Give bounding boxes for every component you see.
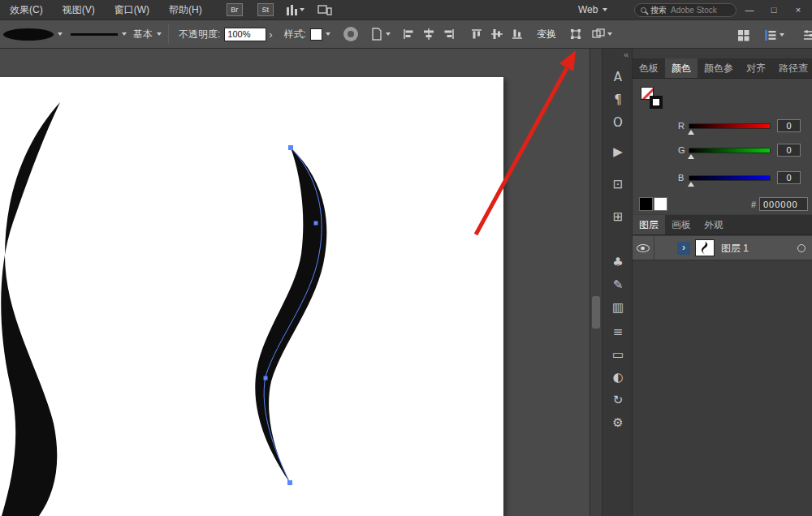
channel-b-slider[interactable] xyxy=(689,175,771,181)
close-button[interactable]: × xyxy=(786,0,810,19)
stroke-panel-icon[interactable]: ≡ xyxy=(603,321,633,342)
anchor-point[interactable] xyxy=(264,376,268,381)
channel-r-value[interactable] xyxy=(777,119,801,132)
brushes-panel-icon[interactable]: ✎ xyxy=(603,274,633,295)
asset-export-panel-icon[interactable]: ⊡ xyxy=(603,174,633,195)
layers-panel-body xyxy=(633,261,812,516)
menu-effect[interactable]: 效果(C) xyxy=(0,0,53,19)
opentype-panel-icon[interactable]: O xyxy=(603,112,633,133)
control-bar-right xyxy=(733,20,812,49)
workspace-switcher-icon[interactable] xyxy=(287,5,304,15)
transform-button[interactable]: 变换 xyxy=(537,28,556,41)
expand-panels-icon[interactable]: ‹‹ xyxy=(624,50,628,59)
menu-window[interactable]: 窗口(W) xyxy=(105,0,159,19)
caret-down-icon xyxy=(58,32,63,36)
slider-thumb-icon[interactable] xyxy=(688,130,694,135)
opacity-label: 不透明度: xyxy=(179,28,220,41)
channel-g-slider[interactable] xyxy=(689,148,771,153)
stroke-swatch xyxy=(71,33,118,36)
tab-color[interactable]: 颜色 xyxy=(665,58,698,78)
panel-list-dropdown[interactable] xyxy=(764,29,784,41)
white-swatch[interactable] xyxy=(654,197,667,211)
stock-search-input[interactable]: 搜索 Adobe Stock xyxy=(634,3,736,17)
recolor-artwork-icon[interactable] xyxy=(343,27,358,41)
fill-swatch xyxy=(3,28,54,41)
tab-color-guide[interactable]: 颜色参 xyxy=(698,58,740,78)
transform-panel-icon[interactable]: ⊞ xyxy=(603,206,633,227)
paragraph-panel-icon[interactable]: ¶ xyxy=(603,89,633,110)
selected-shape xyxy=(255,148,326,483)
tab-pathfinder[interactable]: 路径查 xyxy=(772,58,812,78)
align-horizontal-right-icon[interactable] xyxy=(439,24,459,44)
style-dropdown[interactable] xyxy=(310,28,330,41)
stroke-profile-dropdown[interactable]: 基本 xyxy=(133,28,162,41)
channel-b-value[interactable] xyxy=(777,171,801,184)
scrollbar-thumb[interactable] xyxy=(592,296,600,329)
hex-input[interactable] xyxy=(759,197,808,211)
tab-align[interactable]: 对齐 xyxy=(740,58,772,78)
visibility-cell[interactable] xyxy=(633,236,654,260)
layer-target-icon[interactable] xyxy=(797,244,806,252)
tab-artboards[interactable]: 画板 xyxy=(665,215,698,234)
device-preview-icon[interactable] xyxy=(317,4,332,15)
document-icon xyxy=(371,28,382,41)
control-bar: 基本 不透明度: › 样式: xyxy=(0,19,812,49)
caret-down-icon xyxy=(326,32,330,36)
workspace-bars-icon xyxy=(287,5,297,15)
anchor-point[interactable] xyxy=(288,145,293,150)
sliders-icon[interactable] xyxy=(799,25,812,45)
black-swatch[interactable] xyxy=(639,197,653,211)
anchor-point[interactable] xyxy=(287,480,292,485)
graph-panel-icon[interactable]: ▥ xyxy=(603,297,633,318)
channel-g-label: G xyxy=(678,145,685,155)
align-vertical-bottom-icon[interactable] xyxy=(508,24,527,44)
caret-down-icon xyxy=(300,8,304,11)
style-swatch xyxy=(310,28,322,41)
layer-row[interactable]: › 图层 1 xyxy=(633,236,812,260)
gradient-panel-icon[interactable]: ◐ xyxy=(603,367,633,388)
layer-thumbnail[interactable] xyxy=(695,239,715,256)
layers-panel-tabs: 图层 画板 外观 xyxy=(633,215,812,235)
expand-layer-icon[interactable]: › xyxy=(677,242,690,255)
workspace-select[interactable]: Web xyxy=(578,0,607,19)
stroke-color-dropdown[interactable] xyxy=(71,32,127,36)
opacity-input[interactable] xyxy=(224,28,266,41)
symbols-panel-icon[interactable]: ♣ xyxy=(603,252,633,273)
free-transform-icon[interactable] xyxy=(566,24,585,44)
anchor-point[interactable] xyxy=(314,221,318,226)
vertical-scrollbar[interactable] xyxy=(590,49,602,516)
stock-icon[interactable]: St xyxy=(257,3,274,16)
document-setup-dropdown[interactable] xyxy=(371,28,391,41)
slider-thumb-icon[interactable] xyxy=(688,154,694,159)
align-vertical-top-icon[interactable] xyxy=(467,24,486,44)
fill-color-dropdown[interactable] xyxy=(3,28,63,41)
appearance-panel-icon[interactable]: ▭ xyxy=(603,344,633,365)
align-vertical-center-icon[interactable] xyxy=(487,24,507,44)
menu-view[interactable]: 视图(V) xyxy=(53,0,105,19)
align-horizontal-center-icon[interactable] xyxy=(419,24,438,44)
symbol-sprayer-panel-icon[interactable]: ↻ xyxy=(603,389,633,411)
graphic-styles-panel-icon[interactable]: ⚙ xyxy=(603,412,633,433)
channel-g-value[interactable] xyxy=(777,144,801,157)
tab-swatches[interactable]: 色板 xyxy=(633,58,665,78)
restore-button[interactable]: □ xyxy=(762,0,786,19)
isolate-dropdown[interactable] xyxy=(592,28,612,40)
layer-thumbnail-art xyxy=(696,240,714,256)
stroke-proxy[interactable] xyxy=(650,96,663,109)
actions-panel-icon[interactable]: ▶ xyxy=(603,141,633,162)
panel-icon-strip: ‹‹ A ¶ O ▶ ⊡ ⊞ ♣ ✎ ▥ ≡ ▭ ◐ ↻ ⚙ xyxy=(602,49,633,516)
minimize-button[interactable]: — xyxy=(737,0,762,19)
bridge-icon[interactable]: Br xyxy=(227,3,243,16)
menu-help[interactable]: 帮助(H) xyxy=(159,0,212,19)
opacity-flyout-icon[interactable]: › xyxy=(269,28,272,41)
tab-appearance[interactable]: 外观 xyxy=(698,215,730,234)
slider-thumb-icon[interactable] xyxy=(688,182,694,187)
channel-r-slider[interactable] xyxy=(689,123,771,129)
canvas-area[interactable] xyxy=(0,49,590,516)
arrange-documents-icon[interactable] xyxy=(733,25,753,45)
artwork-svg[interactable] xyxy=(0,49,590,516)
illustrator-window: 效果(C) 视图(V) 窗口(W) 帮助(H) Br St Web 搜索 Ado… xyxy=(0,0,812,516)
character-panel-icon[interactable]: A xyxy=(603,67,633,88)
tab-layers[interactable]: 图层 xyxy=(633,215,665,234)
align-horizontal-left-icon[interactable] xyxy=(399,24,418,44)
